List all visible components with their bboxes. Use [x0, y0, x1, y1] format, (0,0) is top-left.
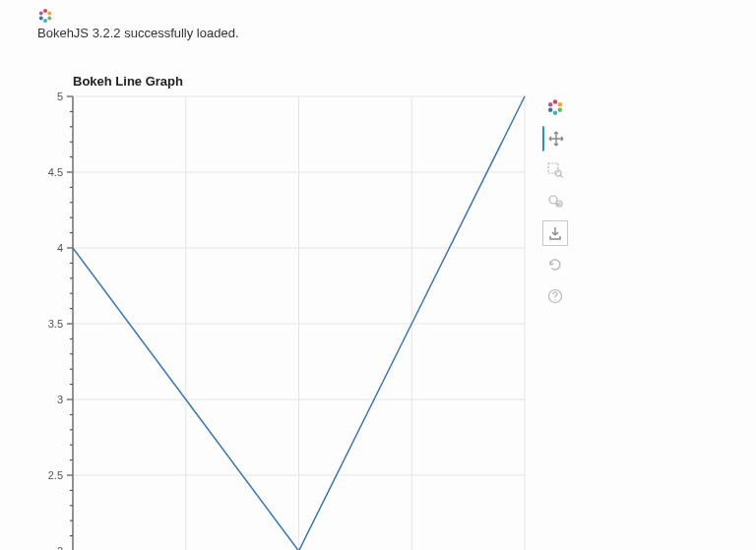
- reset-tool-icon[interactable]: [542, 252, 568, 277]
- save-tool-icon[interactable]: [542, 220, 568, 246]
- bokeh-logo-icon: [37, 8, 53, 24]
- notebook-header: [0, 0, 756, 24]
- svg-point-4: [39, 17, 43, 21]
- svg-text:2: 2: [57, 545, 63, 550]
- svg-point-1: [47, 12, 51, 16]
- box-zoom-tool-icon[interactable]: [542, 157, 568, 183]
- svg-point-3: [43, 19, 47, 23]
- svg-point-68: [554, 299, 555, 300]
- svg-point-60: [553, 110, 558, 115]
- svg-text:2.5: 2.5: [48, 469, 63, 481]
- svg-point-5: [39, 12, 43, 16]
- svg-point-59: [558, 108, 563, 113]
- plot-area[interactable]: 22.533.544.55: [37, 92, 535, 550]
- help-tool-icon[interactable]: [542, 283, 568, 309]
- svg-text:4.5: 4.5: [48, 166, 63, 178]
- svg-point-2: [47, 17, 51, 21]
- chart-container: Bokeh Line Graph 22.533.544.55: [37, 74, 756, 550]
- svg-point-57: [553, 99, 558, 104]
- svg-text:3.5: 3.5: [48, 318, 63, 330]
- svg-text:3: 3: [57, 394, 63, 405]
- pan-tool-icon[interactable]: [542, 126, 568, 152]
- svg-text:4: 4: [57, 242, 63, 254]
- svg-point-0: [43, 9, 47, 13]
- bokeh-toolbar: [542, 94, 568, 309]
- chart-title: Bokeh Line Graph: [73, 74, 756, 89]
- svg-text:5: 5: [57, 92, 63, 102]
- svg-rect-63: [548, 163, 558, 173]
- svg-point-62: [548, 102, 553, 107]
- wheel-zoom-tool-icon[interactable]: [542, 189, 568, 214]
- svg-point-61: [548, 108, 553, 113]
- status-text: BokehJS 3.2.2 successfully loaded.: [37, 26, 756, 40]
- bokeh-logo-icon[interactable]: [542, 94, 568, 120]
- svg-point-58: [558, 102, 563, 107]
